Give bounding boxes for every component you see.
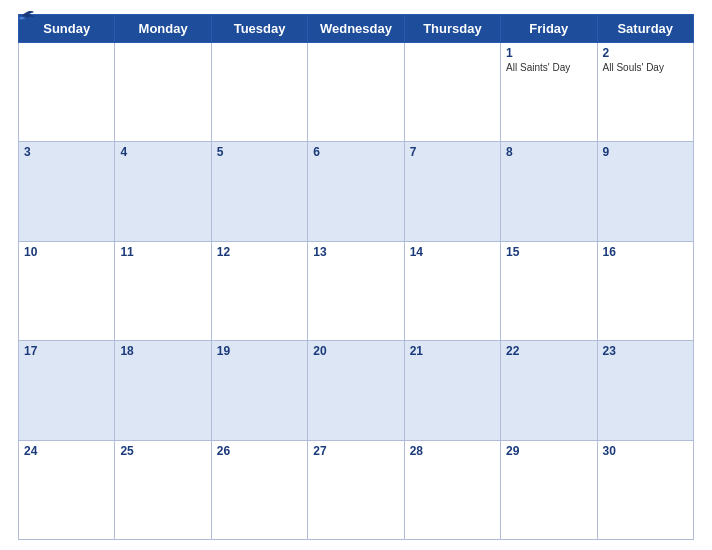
calendar-cell: 21 (404, 341, 500, 440)
calendar-cell: 25 (115, 440, 211, 539)
week-row-4: 17181920212223 (19, 341, 694, 440)
calendar-cell: 17 (19, 341, 115, 440)
calendar-cell: 30 (597, 440, 693, 539)
day-number: 5 (217, 145, 302, 159)
calendar-cell: 16 (597, 241, 693, 340)
calendar-cell: 22 (501, 341, 597, 440)
calendar-cell (115, 43, 211, 142)
calendar-cell: 20 (308, 341, 404, 440)
calendar-cell: 1All Saints' Day (501, 43, 597, 142)
calendar-cell: 7 (404, 142, 500, 241)
day-number: 17 (24, 344, 109, 358)
calendar-cell (19, 43, 115, 142)
week-row-3: 10111213141516 (19, 241, 694, 340)
day-number: 10 (24, 245, 109, 259)
calendar-cell: 19 (211, 341, 307, 440)
calendar-cell: 27 (308, 440, 404, 539)
day-headers-row: SundayMondayTuesdayWednesdayThursdayFrid… (19, 15, 694, 43)
day-number: 3 (24, 145, 109, 159)
day-number: 7 (410, 145, 495, 159)
calendar-cell: 18 (115, 341, 211, 440)
day-header-wednesday: Wednesday (308, 15, 404, 43)
day-number: 29 (506, 444, 591, 458)
logo-blue (18, 10, 38, 24)
event-label: All Souls' Day (603, 62, 688, 73)
calendar-cell: 6 (308, 142, 404, 241)
day-number: 25 (120, 444, 205, 458)
day-number: 13 (313, 245, 398, 259)
week-row-2: 3456789 (19, 142, 694, 241)
day-number: 18 (120, 344, 205, 358)
calendar-cell (211, 43, 307, 142)
day-header-thursday: Thursday (404, 15, 500, 43)
day-header-tuesday: Tuesday (211, 15, 307, 43)
week-row-1: 1All Saints' Day2All Souls' Day (19, 43, 694, 142)
calendar-cell: 28 (404, 440, 500, 539)
calendar-cell: 23 (597, 341, 693, 440)
day-number: 9 (603, 145, 688, 159)
day-number: 4 (120, 145, 205, 159)
day-header-friday: Friday (501, 15, 597, 43)
day-number: 21 (410, 344, 495, 358)
day-number: 14 (410, 245, 495, 259)
calendar-cell: 5 (211, 142, 307, 241)
day-number: 2 (603, 46, 688, 60)
calendar-cell: 2All Souls' Day (597, 43, 693, 142)
day-header-saturday: Saturday (597, 15, 693, 43)
day-number: 27 (313, 444, 398, 458)
day-number: 6 (313, 145, 398, 159)
day-number: 24 (24, 444, 109, 458)
calendar-cell: 10 (19, 241, 115, 340)
calendar-cell: 8 (501, 142, 597, 241)
logo-bird-icon (18, 10, 36, 24)
day-number: 11 (120, 245, 205, 259)
calendar-cell: 15 (501, 241, 597, 340)
logo (18, 10, 38, 24)
calendar-cell (308, 43, 404, 142)
calendar-cell: 29 (501, 440, 597, 539)
day-number: 22 (506, 344, 591, 358)
calendar-cell: 4 (115, 142, 211, 241)
week-row-5: 24252627282930 (19, 440, 694, 539)
day-number: 8 (506, 145, 591, 159)
calendar-cell (404, 43, 500, 142)
day-number: 30 (603, 444, 688, 458)
calendar-cell: 3 (19, 142, 115, 241)
day-header-monday: Monday (115, 15, 211, 43)
calendar-cell: 11 (115, 241, 211, 340)
day-number: 1 (506, 46, 591, 60)
calendar-table: SundayMondayTuesdayWednesdayThursdayFrid… (18, 14, 694, 540)
calendar-cell: 24 (19, 440, 115, 539)
calendar-cell: 13 (308, 241, 404, 340)
day-number: 12 (217, 245, 302, 259)
day-number: 28 (410, 444, 495, 458)
event-label: All Saints' Day (506, 62, 591, 73)
calendar-cell: 26 (211, 440, 307, 539)
day-number: 19 (217, 344, 302, 358)
calendar-cell: 12 (211, 241, 307, 340)
calendar-cell: 14 (404, 241, 500, 340)
day-number: 26 (217, 444, 302, 458)
day-number: 23 (603, 344, 688, 358)
day-number: 15 (506, 245, 591, 259)
day-number: 20 (313, 344, 398, 358)
calendar-cell: 9 (597, 142, 693, 241)
day-number: 16 (603, 245, 688, 259)
